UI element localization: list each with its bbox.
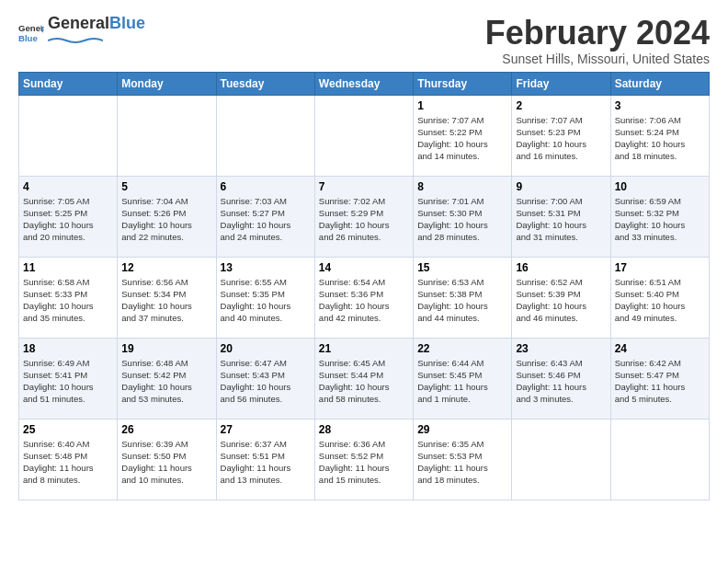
calendar-cell xyxy=(118,95,216,176)
calendar-cell: 13Sunrise: 6:55 AM Sunset: 5:35 PM Dayli… xyxy=(216,257,314,338)
day-number: 24 xyxy=(615,342,705,355)
day-number: 14 xyxy=(319,261,409,274)
day-info: Sunrise: 6:49 AM Sunset: 5:41 PM Dayligh… xyxy=(23,357,113,406)
weekday-header-tuesday: Tuesday xyxy=(216,72,314,95)
calendar-cell: 23Sunrise: 6:43 AM Sunset: 5:46 PM Dayli… xyxy=(512,338,610,419)
logo-general: General xyxy=(48,14,109,32)
day-info: Sunrise: 6:55 AM Sunset: 5:35 PM Dayligh… xyxy=(221,276,311,325)
calendar-cell: 17Sunrise: 6:51 AM Sunset: 5:40 PM Dayli… xyxy=(610,257,709,338)
calendar-cell: 21Sunrise: 6:45 AM Sunset: 5:44 PM Dayli… xyxy=(314,338,413,419)
calendar-week-1: 1Sunrise: 7:07 AM Sunset: 5:22 PM Daylig… xyxy=(19,95,710,176)
calendar-week-3: 11Sunrise: 6:58 AM Sunset: 5:33 PM Dayli… xyxy=(19,257,710,338)
calendar-cell: 20Sunrise: 6:47 AM Sunset: 5:43 PM Dayli… xyxy=(216,338,314,419)
calendar-cell: 12Sunrise: 6:56 AM Sunset: 5:34 PM Dayli… xyxy=(118,257,216,338)
calendar-cell: 24Sunrise: 6:42 AM Sunset: 5:47 PM Dayli… xyxy=(610,338,709,419)
calendar-cell xyxy=(512,419,610,500)
calendar-cell: 1Sunrise: 7:07 AM Sunset: 5:22 PM Daylig… xyxy=(414,95,512,176)
day-info: Sunrise: 7:07 AM Sunset: 5:23 PM Dayligh… xyxy=(516,114,606,163)
calendar-cell: 25Sunrise: 6:40 AM Sunset: 5:48 PM Dayli… xyxy=(19,419,118,500)
day-number: 29 xyxy=(417,423,507,436)
day-info: Sunrise: 7:02 AM Sunset: 5:29 PM Dayligh… xyxy=(319,195,409,244)
weekday-header-saturday: Saturday xyxy=(610,72,709,95)
day-number: 27 xyxy=(221,423,311,436)
day-number: 25 xyxy=(23,423,113,436)
calendar-cell: 29Sunrise: 6:35 AM Sunset: 5:53 PM Dayli… xyxy=(414,419,512,500)
day-number: 26 xyxy=(121,423,211,436)
day-number: 6 xyxy=(221,180,311,193)
calendar-cell: 6Sunrise: 7:03 AM Sunset: 5:27 PM Daylig… xyxy=(216,176,314,257)
calendar-table: SundayMondayTuesdayWednesdayThursdayFrid… xyxy=(18,72,710,500)
calendar-cell: 9Sunrise: 7:00 AM Sunset: 5:31 PM Daylig… xyxy=(512,176,610,257)
calendar-cell: 27Sunrise: 6:37 AM Sunset: 5:51 PM Dayli… xyxy=(216,419,314,500)
logo-icon: General Blue xyxy=(18,18,44,44)
title-block: February 2024 Sunset Hills, Missouri, Un… xyxy=(485,15,710,66)
day-info: Sunrise: 7:06 AM Sunset: 5:24 PM Dayligh… xyxy=(615,114,705,163)
svg-text:General: General xyxy=(18,23,44,33)
day-number: 7 xyxy=(319,180,409,193)
day-number: 28 xyxy=(319,423,409,436)
day-info: Sunrise: 6:42 AM Sunset: 5:47 PM Dayligh… xyxy=(615,357,705,406)
subtitle: Sunset Hills, Missouri, United States xyxy=(485,52,710,66)
day-number: 19 xyxy=(121,342,211,355)
calendar-cell: 18Sunrise: 6:49 AM Sunset: 5:41 PM Dayli… xyxy=(19,338,118,419)
day-info: Sunrise: 6:48 AM Sunset: 5:42 PM Dayligh… xyxy=(121,357,211,406)
calendar-cell xyxy=(216,95,314,176)
calendar-cell: 14Sunrise: 6:54 AM Sunset: 5:36 PM Dayli… xyxy=(314,257,413,338)
calendar-cell: 11Sunrise: 6:58 AM Sunset: 5:33 PM Dayli… xyxy=(19,257,118,338)
svg-text:Blue: Blue xyxy=(18,33,38,43)
calendar-cell xyxy=(314,95,413,176)
calendar-cell: 26Sunrise: 6:39 AM Sunset: 5:50 PM Dayli… xyxy=(118,419,216,500)
day-info: Sunrise: 6:36 AM Sunset: 5:52 PM Dayligh… xyxy=(319,438,409,487)
weekday-header-thursday: Thursday xyxy=(414,72,512,95)
day-number: 18 xyxy=(23,342,113,355)
day-info: Sunrise: 6:40 AM Sunset: 5:48 PM Dayligh… xyxy=(23,438,113,487)
logo-blue: Blue xyxy=(109,14,145,32)
day-info: Sunrise: 6:56 AM Sunset: 5:34 PM Dayligh… xyxy=(121,276,211,325)
calendar-cell xyxy=(610,419,709,500)
day-info: Sunrise: 7:05 AM Sunset: 5:25 PM Dayligh… xyxy=(23,195,113,244)
calendar-week-4: 18Sunrise: 6:49 AM Sunset: 5:41 PM Dayli… xyxy=(19,338,710,419)
day-number: 22 xyxy=(417,342,507,355)
day-info: Sunrise: 6:37 AM Sunset: 5:51 PM Dayligh… xyxy=(221,438,311,487)
calendar-week-5: 25Sunrise: 6:40 AM Sunset: 5:48 PM Dayli… xyxy=(19,419,710,500)
day-number: 17 xyxy=(615,261,705,274)
day-number: 23 xyxy=(516,342,606,355)
day-number: 5 xyxy=(121,180,211,193)
calendar-cell: 10Sunrise: 6:59 AM Sunset: 5:32 PM Dayli… xyxy=(610,176,709,257)
day-info: Sunrise: 7:07 AM Sunset: 5:22 PM Dayligh… xyxy=(417,114,507,163)
day-info: Sunrise: 6:43 AM Sunset: 5:46 PM Dayligh… xyxy=(516,357,606,406)
calendar-cell: 22Sunrise: 6:44 AM Sunset: 5:45 PM Dayli… xyxy=(414,338,512,419)
weekday-header-friday: Friday xyxy=(512,72,610,95)
day-number: 10 xyxy=(615,180,705,193)
day-info: Sunrise: 6:58 AM Sunset: 5:33 PM Dayligh… xyxy=(23,276,113,325)
day-number: 13 xyxy=(221,261,311,274)
day-info: Sunrise: 6:45 AM Sunset: 5:44 PM Dayligh… xyxy=(319,357,409,406)
calendar-cell: 4Sunrise: 7:05 AM Sunset: 5:25 PM Daylig… xyxy=(19,176,118,257)
day-info: Sunrise: 6:53 AM Sunset: 5:38 PM Dayligh… xyxy=(417,276,507,325)
day-number: 15 xyxy=(417,261,507,274)
day-info: Sunrise: 6:35 AM Sunset: 5:53 PM Dayligh… xyxy=(417,438,507,487)
calendar-cell: 3Sunrise: 7:06 AM Sunset: 5:24 PM Daylig… xyxy=(610,95,709,176)
day-info: Sunrise: 6:54 AM Sunset: 5:36 PM Dayligh… xyxy=(319,276,409,325)
day-info: Sunrise: 6:52 AM Sunset: 5:39 PM Dayligh… xyxy=(516,276,606,325)
weekday-header-sunday: Sunday xyxy=(19,72,118,95)
calendar-cell: 5Sunrise: 7:04 AM Sunset: 5:26 PM Daylig… xyxy=(118,176,216,257)
calendar-cell: 8Sunrise: 7:01 AM Sunset: 5:30 PM Daylig… xyxy=(414,176,512,257)
day-number: 4 xyxy=(23,180,113,193)
day-number: 8 xyxy=(417,180,507,193)
calendar-cell: 7Sunrise: 7:02 AM Sunset: 5:29 PM Daylig… xyxy=(314,176,413,257)
day-info: Sunrise: 7:00 AM Sunset: 5:31 PM Dayligh… xyxy=(516,195,606,244)
day-info: Sunrise: 7:03 AM Sunset: 5:27 PM Dayligh… xyxy=(221,195,311,244)
day-info: Sunrise: 6:44 AM Sunset: 5:45 PM Dayligh… xyxy=(417,357,507,406)
day-number: 16 xyxy=(516,261,606,274)
day-info: Sunrise: 7:04 AM Sunset: 5:26 PM Dayligh… xyxy=(121,195,211,244)
calendar-cell: 28Sunrise: 6:36 AM Sunset: 5:52 PM Dayli… xyxy=(314,419,413,500)
day-number: 11 xyxy=(23,261,113,274)
day-info: Sunrise: 6:47 AM Sunset: 5:43 PM Dayligh… xyxy=(221,357,311,406)
calendar-cell: 19Sunrise: 6:48 AM Sunset: 5:42 PM Dayli… xyxy=(118,338,216,419)
day-info: Sunrise: 6:51 AM Sunset: 5:40 PM Dayligh… xyxy=(615,276,705,325)
day-number: 12 xyxy=(121,261,211,274)
calendar-cell xyxy=(19,95,118,176)
calendar-cell: 2Sunrise: 7:07 AM Sunset: 5:23 PM Daylig… xyxy=(512,95,610,176)
weekday-header-row: SundayMondayTuesdayWednesdayThursdayFrid… xyxy=(19,72,710,95)
